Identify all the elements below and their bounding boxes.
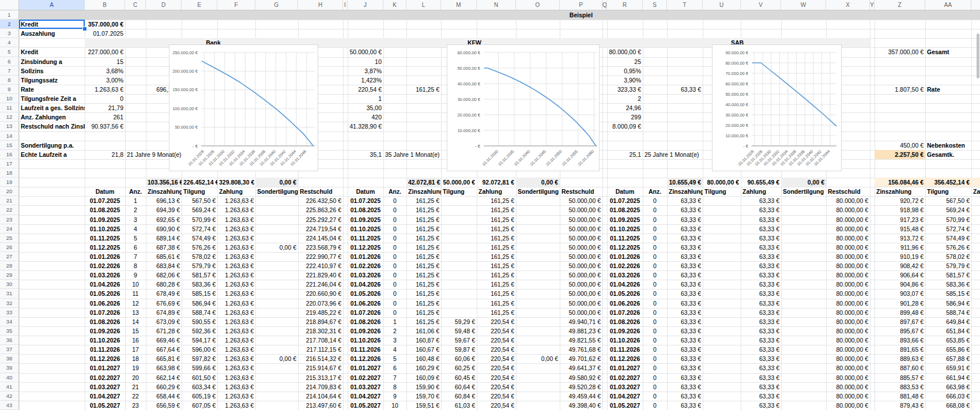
cell-V26[interactable]: 63,33 € <box>741 243 781 252</box>
cell-T26[interactable]: 63,33 € <box>667 243 703 252</box>
row-header-3[interactable]: 3 <box>0 29 19 38</box>
cell-Z39[interactable]: 887,60 € <box>875 363 925 373</box>
cell-L20[interactable]: Zinszahlung <box>406 187 441 196</box>
row-header-7[interactable]: 7 <box>0 66 19 76</box>
cell-B7[interactable]: 3,68% <box>85 66 125 76</box>
cell-L34[interactable]: 161,25 € <box>406 317 441 326</box>
cell-A11[interactable]: Laufzeit a ges. Sollzins <box>19 103 85 112</box>
row-header-2[interactable]: 2 <box>0 20 19 29</box>
cell-B25[interactable]: 01.11.2025 <box>85 234 125 243</box>
cell-E21[interactable]: 567,50 € <box>182 196 217 205</box>
cell-J36[interactable]: 01.10.2026 <box>348 336 383 345</box>
row-header-8[interactable]: 8 <box>0 76 19 85</box>
cell-D43[interactable]: 656,59 € <box>146 401 182 410</box>
cell-L28[interactable]: 161,25 € <box>406 261 441 270</box>
cell-S23[interactable]: 0 <box>643 215 667 224</box>
cell-B29[interactable]: 01.03.2026 <box>85 270 125 280</box>
cell-R13[interactable]: 8.000,09 € <box>607 122 643 131</box>
column-header-G[interactable]: G <box>255 0 298 10</box>
cell-J25[interactable]: 01.11.2025 <box>348 234 383 243</box>
cell-P27[interactable]: 50.000,00 € <box>560 252 602 261</box>
cell-P32[interactable]: 50.000,00 € <box>560 299 602 308</box>
cell-K36[interactable]: 3 <box>383 336 406 345</box>
cell-N29[interactable]: 161,25 € <box>477 270 516 280</box>
cell-AA31[interactable]: 585,15 € <box>925 289 971 298</box>
cell-R40[interactable]: 01.02.2027 <box>607 373 643 382</box>
cell-T38[interactable]: 63,33 € <box>667 354 703 363</box>
cell-AA30[interactable]: 583,36 € <box>925 280 971 289</box>
cell-A15[interactable]: Sondertilgung p.a. <box>19 141 85 150</box>
cell-V38[interactable]: 63,33 € <box>741 354 781 363</box>
cell-C33[interactable]: 13 <box>125 308 146 317</box>
cell-O20[interactable]: Sondertilgung <box>516 187 560 196</box>
cell-T9[interactable]: 63,33 € <box>667 85 703 94</box>
cell-K29[interactable]: 0 <box>383 270 406 280</box>
cell-AA26[interactable]: 576,26 € <box>925 243 971 252</box>
cell-E27[interactable]: 578,02 € <box>182 252 217 261</box>
column-header-R[interactable]: R <box>607 0 643 10</box>
cell-K38[interactable]: 5 <box>383 354 406 363</box>
cell-S28[interactable]: 0 <box>643 261 667 270</box>
cell-J37[interactable]: 01.11.2026 <box>348 345 383 354</box>
column-header-Q[interactable]: Q <box>602 0 607 10</box>
cell-AA29[interactable]: 581,57 € <box>925 270 971 280</box>
row-header-12[interactable]: 12 <box>0 112 19 122</box>
cell-S39[interactable]: 0 <box>643 363 667 373</box>
cell-AA5[interactable]: Gesamt <box>925 47 971 57</box>
cell-A12[interactable]: Anz. Zahlungen <box>19 112 85 122</box>
cell-S41[interactable]: 0 <box>643 382 667 392</box>
cell-V40[interactable]: 63,33 € <box>741 373 781 382</box>
cell-AA16[interactable]: Gesamtk. <box>925 150 971 159</box>
cell-K41[interactable]: 8 <box>383 382 406 392</box>
cell-Z23[interactable]: 917,23 € <box>875 215 925 224</box>
row-header-6[interactable]: 6 <box>0 57 19 66</box>
cell-P42[interactable]: 49.459,44 € <box>560 392 602 401</box>
cell-L31[interactable]: 161,25 € <box>406 289 441 298</box>
row-header-9[interactable]: 9 <box>0 85 19 94</box>
cell-O38[interactable]: 0,00 € <box>516 354 560 363</box>
cell-R39[interactable]: 01.01.2027 <box>607 363 643 373</box>
cell-K16[interactable]: 35 Jahre 1 Monat(e) <box>383 150 447 159</box>
row-header-42[interactable]: 42 <box>0 392 19 401</box>
cell-V41[interactable]: 63,33 € <box>741 382 781 392</box>
cell-U19[interactable]: 80.000,00 € <box>703 178 741 187</box>
cell-Z38[interactable]: 889,63 € <box>875 354 925 363</box>
cell-J33[interactable]: 01.07.2026 <box>348 308 383 317</box>
cell-V43[interactable]: 63,33 € <box>741 401 781 410</box>
row-header-17[interactable]: 17 <box>0 159 19 168</box>
cell-B40[interactable]: 01.02.2027 <box>85 373 125 382</box>
column-header-Y[interactable]: Y <box>870 0 875 10</box>
cell-N20[interactable]: Zahlung <box>477 187 516 196</box>
cell-V42[interactable]: 63,33 € <box>741 392 781 401</box>
cell-B37[interactable]: 01.11.2026 <box>85 345 125 354</box>
cell-Z9[interactable]: 1.807,50 € <box>875 85 925 94</box>
cell-N39[interactable]: 220,54 € <box>477 363 516 373</box>
cell-F37[interactable]: 1.263,63 € <box>217 345 255 354</box>
cell-S35[interactable]: 0 <box>643 326 667 336</box>
cell-AA28[interactable]: 579,79 € <box>925 261 971 270</box>
cell-C31[interactable]: 11 <box>125 289 146 298</box>
cell-J27[interactable]: 01.01.2026 <box>348 252 383 261</box>
cell-N22[interactable]: 161,25 € <box>477 205 516 215</box>
cell-B43[interactable]: 01.05.2027 <box>85 401 125 410</box>
cell-H34[interactable]: 218.894,67 € <box>298 317 343 326</box>
cell-J24[interactable]: 01.10.2025 <box>348 224 383 234</box>
cell-N36[interactable]: 220,54 € <box>477 336 516 345</box>
cell-B36[interactable]: 01.10.2026 <box>85 336 125 345</box>
cell-S21[interactable]: 0 <box>643 196 667 205</box>
cell-S31[interactable]: 0 <box>643 289 667 298</box>
cell-J29[interactable]: 01.03.2026 <box>348 270 383 280</box>
cell-AA42[interactable]: 666,03 € <box>925 392 971 401</box>
cell-AA25[interactable]: 574,49 € <box>925 234 971 243</box>
cell-P22[interactable]: 50.000,00 € <box>560 205 602 215</box>
cell-X23[interactable]: 80.000,00 € <box>826 215 870 224</box>
row-header-41[interactable]: 41 <box>0 382 19 392</box>
row-header-1[interactable]: 1 <box>0 10 19 20</box>
column-header-I[interactable]: I <box>343 0 348 10</box>
cell-Z37[interactable]: 891,65 € <box>875 345 925 354</box>
cell-Z41[interactable]: 883,53 € <box>875 382 925 392</box>
cell-H21[interactable]: 226.432,50 € <box>298 196 343 205</box>
cell-D42[interactable]: 658,44 € <box>146 392 182 401</box>
cell-L33[interactable]: 161,25 € <box>406 308 441 317</box>
cell-N43[interactable]: 220,54 € <box>477 401 516 410</box>
